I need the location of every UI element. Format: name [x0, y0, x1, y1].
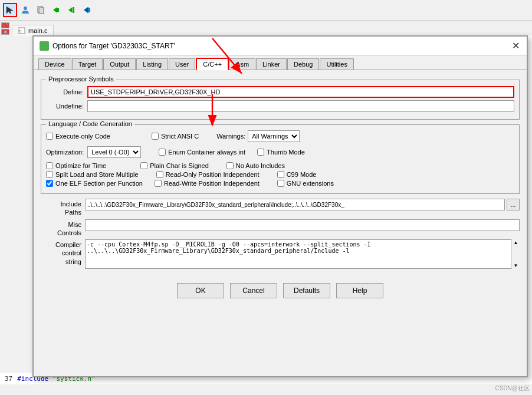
optimize-time-checkbox[interactable]: [46, 162, 53, 169]
enum-container-label: Enum Container always int: [168, 149, 245, 156]
split-load-label: Split Load and Store Multiple: [55, 171, 139, 178]
readwrite-pos-label: Read-Write Position Independent: [164, 180, 260, 187]
undefine-input[interactable]: [87, 100, 514, 112]
pin-button[interactable]: 📌: [1, 22, 9, 28]
language-section: Language / Code Generation Execute-only …: [41, 124, 520, 194]
svg-marker-8: [84, 7, 88, 13]
readwrite-pos-option: Read-Write Position Independent: [155, 180, 260, 187]
close-panel-button[interactable]: ✕: [1, 29, 9, 35]
warnings-label: Warnings:: [216, 133, 245, 140]
readonly-pos-label: Read-Only Position Independent: [166, 171, 260, 178]
readwrite-pos-checkbox[interactable]: [155, 180, 162, 187]
scroll-up-icon[interactable]: ▲: [514, 240, 518, 245]
one-elf-checkbox[interactable]: [46, 180, 53, 187]
compiler-control-textarea[interactable]: -c --cpu Cortex-M4fp.sp -D__MICROLIB -g …: [85, 239, 520, 269]
thumb-mode-checkbox[interactable]: [257, 149, 264, 156]
readonly-pos-checkbox[interactable]: [156, 171, 163, 178]
help-button[interactable]: Help: [336, 283, 383, 298]
gnu-ext-label: GNU extensions: [287, 180, 334, 187]
dialog-close-button[interactable]: ✕: [511, 41, 521, 51]
tab-asm[interactable]: Asm: [229, 58, 255, 70]
optimization-select[interactable]: Level 0 (-O0): [87, 146, 141, 158]
undefine-label: Undefine:: [46, 103, 87, 110]
svg-marker-9: [88, 7, 90, 13]
include-paths-input[interactable]: [85, 199, 505, 210]
svg-point-1: [24, 6, 27, 10]
main-c-tab[interactable]: c main.c: [12, 25, 54, 36]
tab-target[interactable]: Target: [72, 58, 103, 70]
csdn-watermark: CSDN@社区: [495, 384, 530, 393]
ide-pin-area: 📌 ✕: [0, 21, 12, 36]
scroll-down-icon[interactable]: ▼: [514, 263, 518, 268]
tab-linker[interactable]: Linker: [256, 58, 287, 70]
no-auto-option: No Auto Includes: [226, 162, 285, 169]
tab-listing[interactable]: Listing: [136, 58, 168, 70]
one-elf-option: One ELF Section per Function: [46, 180, 143, 187]
include-paths-browse-button[interactable]: ...: [507, 199, 520, 210]
include-paths-row: IncludePaths ...: [41, 199, 520, 217]
define-label: Define:: [46, 88, 87, 96]
preprocessor-section: Preprocessor Symbols Define: Undefine:: [41, 80, 520, 120]
one-elf-label: One ELF Section per Function: [55, 180, 143, 187]
tab-filename: main.c: [28, 27, 47, 34]
plain-char-option: Plain Char is Signed: [140, 162, 209, 169]
dialog-body: Preprocessor Symbols Define: Undefine: L…: [34, 70, 527, 277]
ide-toolbar: [0, 0, 532, 21]
execute-only-checkbox[interactable]: [46, 133, 53, 140]
svg-marker-6: [68, 7, 73, 13]
misc-controls-input[interactable]: [85, 219, 520, 231]
dialog-tabs-bar: Device Target Output Listing User C/C++ …: [34, 55, 527, 70]
optimize-time-label: Optimize for Time: [55, 162, 106, 169]
toolbar-icon-target[interactable]: [80, 3, 94, 17]
toolbar-icon-person[interactable]: [18, 3, 32, 17]
plain-char-checkbox[interactable]: [140, 162, 147, 169]
svg-text:c: c: [19, 29, 22, 33]
execute-only-option: Execute-only Code: [46, 133, 110, 140]
options-dialog: Options for Target 'GD32303C_START' ✕ De…: [32, 35, 528, 377]
c99-label: C99 Mode: [287, 171, 317, 178]
tab-device[interactable]: Device: [38, 58, 71, 70]
execute-only-label: Execute-only Code: [55, 133, 110, 140]
cancel-button[interactable]: Cancel: [230, 283, 277, 298]
define-row: Define:: [46, 86, 514, 98]
gnu-ext-checkbox[interactable]: [277, 180, 284, 187]
toolbar-icon-pointer[interactable]: [3, 3, 17, 17]
svg-rect-3: [39, 8, 44, 14]
tab-output[interactable]: Output: [103, 58, 136, 70]
toolbar-icon-green-arrow[interactable]: [49, 3, 63, 17]
c99-checkbox[interactable]: [277, 171, 284, 178]
define-input[interactable]: [87, 86, 514, 98]
svg-marker-0: [6, 6, 13, 14]
tab-user[interactable]: User: [169, 58, 195, 70]
svg-marker-4: [53, 7, 57, 13]
dialog-icon: [40, 41, 49, 51]
no-auto-label: No Auto Includes: [236, 162, 285, 169]
include-paths-label: IncludePaths: [41, 199, 85, 217]
tab-cc[interactable]: C/C++: [196, 58, 229, 70]
language-label: Language / Code Generation: [46, 120, 134, 127]
defaults-button[interactable]: Defaults: [283, 283, 330, 298]
dialog-titlebar: Options for Target 'GD32303C_START' ✕: [34, 37, 527, 55]
warnings-select[interactable]: All Warnings: [248, 130, 300, 142]
tab-debug[interactable]: Debug: [287, 58, 319, 70]
gnu-ext-option: GNU extensions: [277, 180, 334, 187]
thumb-mode-label: Thumb Mode: [267, 149, 305, 156]
line-number: 37: [5, 375, 12, 383]
ok-button[interactable]: OK: [177, 283, 224, 298]
no-auto-checkbox[interactable]: [226, 162, 234, 169]
optimization-row: Optimization: Level 0 (-O0): [46, 146, 141, 158]
warnings-row: Warnings: All Warnings: [216, 130, 300, 142]
dialog-title: Options for Target 'GD32303C_START': [52, 42, 175, 50]
compiler-control-area: -c --cpu Cortex-M4fp.sp -D__MICROLIB -g …: [85, 239, 520, 270]
undefine-row: Undefine:: [46, 100, 514, 112]
compiler-control-label: Compilercontrolstring: [41, 239, 85, 266]
enum-container-checkbox[interactable]: [159, 149, 166, 156]
strict-ansi-checkbox[interactable]: [152, 133, 159, 140]
toolbar-icon-pages[interactable]: [34, 3, 48, 17]
preprocessor-label: Preprocessor Symbols: [46, 75, 116, 83]
svg-rect-5: [57, 8, 59, 12]
split-load-checkbox[interactable]: [46, 171, 53, 178]
tab-utilities[interactable]: Utilities: [320, 58, 353, 70]
toolbar-icon-step[interactable]: [64, 3, 78, 17]
file-icon: c: [18, 27, 25, 34]
